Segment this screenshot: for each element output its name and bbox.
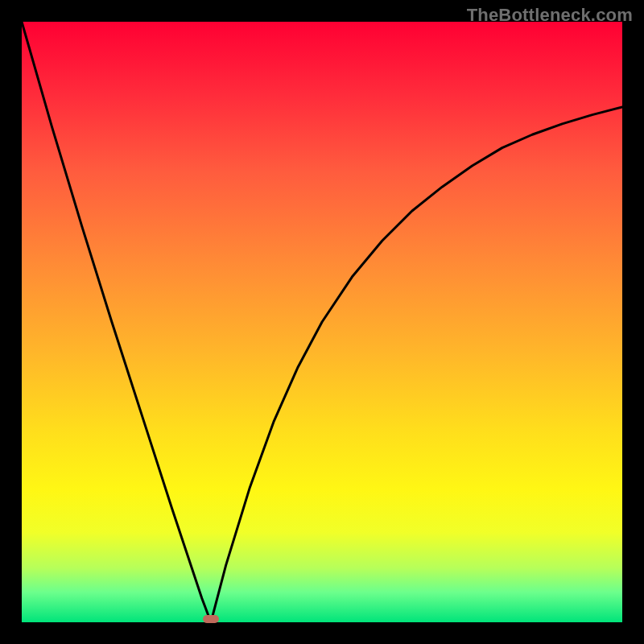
- plot-area: [22, 22, 622, 622]
- chart-frame: TheBottleneck.com: [0, 0, 644, 644]
- bottleneck-curve: [22, 22, 622, 622]
- cursor-marker: [203, 615, 219, 623]
- curve-layer: [22, 22, 622, 622]
